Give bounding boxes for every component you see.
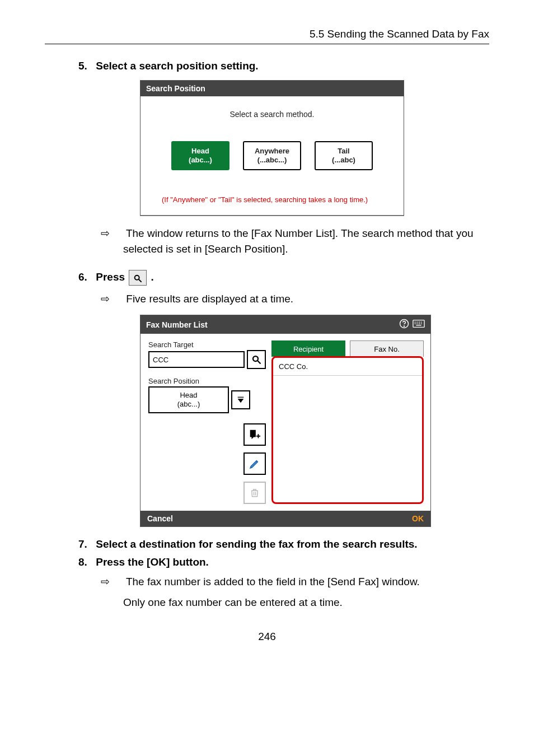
head-label-2: (abc...) <box>189 156 212 165</box>
step-6-result: ⇨ Five results are displayed at a time. <box>112 291 489 307</box>
step-5-result-text: The window returns to the [Fax Number Li… <box>123 227 474 255</box>
search-position-value-1: Head <box>180 391 197 400</box>
search-button[interactable] <box>247 350 266 369</box>
step-6-text-after: . <box>151 271 154 283</box>
step-8-result-line1: The fax number is added to the field in … <box>126 576 420 587</box>
svg-rect-19 <box>258 434 259 438</box>
page-header: 5.5 Sending the Scanned Data by Fax <box>45 28 489 44</box>
tab-recipient[interactable]: Recipient <box>271 340 345 357</box>
step-6-result-text: Five results are displayed at a time. <box>126 293 293 305</box>
tab-fax-no-label: Fax No. <box>374 345 400 353</box>
search-position-dialog: Search Position Select a search method. … <box>140 80 404 216</box>
search-icon-button[interactable] <box>129 270 147 286</box>
search-position-value-2: (abc...) <box>177 400 200 409</box>
search-position-tail-button[interactable]: Tail (...abc) <box>315 141 373 170</box>
step-8-number: 8. <box>78 556 93 568</box>
step-5-number: 5. <box>78 60 93 72</box>
anywhere-label-2: (...abc...) <box>257 156 287 165</box>
step-8-result-2: Only one fax number can be entered at a … <box>112 595 489 611</box>
head-label-1: Head <box>191 147 209 156</box>
anywhere-label-1: Anywhere <box>255 147 289 156</box>
edit-contact-button[interactable] <box>243 452 266 475</box>
step-5-text: Select a search position setting. <box>96 60 258 72</box>
ok-button[interactable]: OK <box>412 514 424 523</box>
result-arrow-icon: ⇨ <box>112 574 123 590</box>
search-position-anywhere-button[interactable]: Anywhere (...abc...) <box>243 141 301 170</box>
step-8-text: Press the [OK] button. <box>96 556 209 568</box>
result-row[interactable]: CCC Co. <box>273 358 422 376</box>
search-position-label: Search Position <box>148 377 266 385</box>
search-icon <box>133 274 142 283</box>
svg-rect-16 <box>238 397 244 398</box>
search-position-head-button[interactable]: Head (abc...) <box>171 141 229 170</box>
search-position-display: Head (abc...) <box>148 386 229 413</box>
fax-number-list-title-bar: Fax Number List <box>140 315 430 334</box>
search-position-prompt: Select a search method. <box>157 110 387 119</box>
page-number: 246 <box>45 631 489 643</box>
search-position-change-button[interactable] <box>231 390 250 409</box>
search-position-note: (If "Anywhere" or "Tail" is selected, se… <box>162 195 382 205</box>
step-5-result: ⇨ The window returns to the [Fax Number … <box>112 226 489 258</box>
step-6-text-before: Press <box>96 271 128 283</box>
dropdown-icon <box>236 395 245 404</box>
step-7: 7. Select a destination for sending the … <box>78 538 489 550</box>
pencil-icon <box>249 458 260 469</box>
svg-point-14 <box>253 356 258 361</box>
add-contact-icon <box>249 428 261 441</box>
fnl-footer: Cancel OK <box>140 511 430 526</box>
step-6: 6. Press . <box>78 270 489 286</box>
result-row-text: CCC Co. <box>279 362 308 371</box>
step-7-text: Select a destination for sending the fax… <box>96 538 417 550</box>
trash-icon <box>250 488 260 498</box>
delete-contact-button[interactable] <box>243 482 266 504</box>
tab-fax-no[interactable]: Fax No. <box>350 340 424 357</box>
fax-number-list-title: Fax Number List <box>146 320 208 329</box>
step-8-result-line2: Only one fax number can be entered at a … <box>123 596 343 608</box>
fax-number-list-dialog: Fax Number List Search Target CCC <box>140 315 431 527</box>
add-contact-button[interactable] <box>243 423 266 446</box>
search-target-input[interactable]: CCC <box>148 351 245 368</box>
svg-point-3 <box>404 326 404 326</box>
search-position-buttons: Head (abc...) Anywhere (...abc...) Tail … <box>157 141 387 170</box>
step-6-number: 6. <box>78 271 93 283</box>
tail-label-2: (...abc) <box>332 156 355 165</box>
result-arrow-icon: ⇨ <box>112 291 123 307</box>
result-arrow-icon: ⇨ <box>112 226 123 242</box>
keyboard-icon[interactable] <box>413 319 425 330</box>
svg-line-1 <box>139 279 142 282</box>
step-7-number: 7. <box>78 538 93 550</box>
svg-line-15 <box>257 361 260 363</box>
search-target-label: Search Target <box>148 340 266 349</box>
step-5: 5. Select a search position setting. <box>78 60 489 72</box>
search-results-area: CCC Co. <box>271 356 424 504</box>
fnl-right-panel: Recipient Fax No. CCC Co. <box>271 340 424 504</box>
search-position-title: Search Position <box>140 81 404 96</box>
svg-point-0 <box>135 275 139 279</box>
help-icon[interactable] <box>399 319 409 330</box>
fnl-left-panel: Search Target CCC Search Position Head (… <box>148 340 266 504</box>
tab-recipient-label: Recipient <box>293 345 324 353</box>
search-target-value: CCC <box>153 356 168 364</box>
step-8-result-1: ⇨ The fax number is added to the field i… <box>112 574 489 590</box>
cancel-button[interactable]: Cancel <box>147 514 173 523</box>
step-8: 8. Press the [OK] button. <box>78 556 489 568</box>
tail-label-1: Tail <box>338 147 349 156</box>
search-icon <box>251 354 261 365</box>
section-header: 5.5 Sending the Scanned Data by Fax <box>310 28 489 40</box>
svg-marker-17 <box>238 399 244 403</box>
